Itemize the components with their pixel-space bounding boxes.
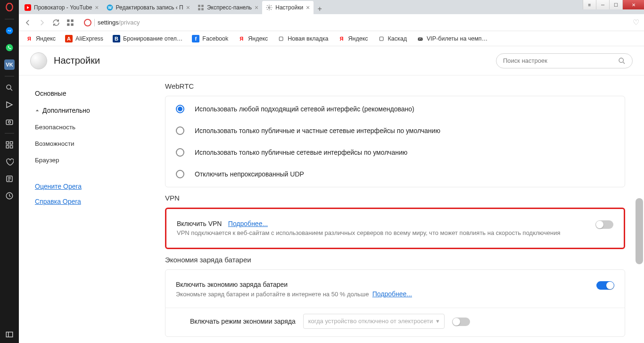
- search-input[interactable]: [503, 57, 614, 64]
- chevron-up-icon: [35, 108, 40, 113]
- history-icon[interactable]: [0, 187, 19, 204]
- svg-rect-18: [198, 8, 200, 10]
- search-icon[interactable]: [0, 79, 19, 96]
- youtube-icon: [25, 4, 31, 11]
- battery-mode-row: Включать режим экономии заряда когда уст…: [165, 308, 625, 335]
- yandex-icon: Я: [238, 35, 245, 42]
- nav-rate-link[interactable]: Оцените Opera: [28, 179, 160, 194]
- nav-browser[interactable]: Браузер: [28, 152, 160, 168]
- radio-icon: [176, 105, 184, 113]
- tab-close-icon[interactable]: ×: [186, 4, 190, 11]
- messenger-icon[interactable]: [0, 22, 19, 39]
- opera-logo-large: [30, 52, 47, 69]
- address-bar: settings/privacy ♡: [19, 14, 644, 31]
- webrtc-option-2[interactable]: Использовать только публичные и частные …: [165, 120, 625, 142]
- address-field[interactable]: settings/privacy: [80, 17, 627, 29]
- whatsapp-icon[interactable]: [0, 39, 19, 56]
- gear-icon: [266, 4, 272, 11]
- tab-wordpress[interactable]: W Редактировать запись ‹ П ×: [103, 1, 194, 14]
- battery-toggle[interactable]: [596, 281, 614, 290]
- tab-close-icon[interactable]: ×: [306, 4, 310, 11]
- vpn-label: Включить VPN: [177, 220, 222, 227]
- new-tab-button[interactable]: +: [314, 4, 326, 14]
- heart-icon[interactable]: [0, 153, 19, 170]
- vk-icon[interactable]: VK: [0, 56, 19, 73]
- chevron-down-icon: ▾: [436, 318, 439, 325]
- bookmark-booking[interactable]: BБронирование отел…: [113, 35, 182, 42]
- speed-dial-button[interactable]: [66, 18, 74, 27]
- battery-label: Включить экономию заряда батареи: [176, 281, 288, 288]
- snapshot-icon[interactable]: [0, 113, 19, 130]
- window-menu-button[interactable]: ≡: [583, 0, 596, 9]
- news-icon[interactable]: [0, 170, 19, 187]
- tab-close-icon[interactable]: ×: [95, 4, 99, 11]
- vpn-learn-more-link[interactable]: Подробнее...: [228, 220, 268, 227]
- window-minimize-button[interactable]: ─: [596, 0, 609, 9]
- tab-strip: Провокатор - YouTube × W Редактировать з…: [19, 0, 644, 14]
- nav-features[interactable]: Возможности: [28, 135, 160, 152]
- nav-basic[interactable]: Основные: [28, 85, 160, 102]
- reload-button[interactable]: [52, 18, 60, 27]
- svg-rect-24: [71, 23, 74, 25]
- tab-title: Настройки: [275, 4, 303, 11]
- svg-rect-8: [6, 146, 8, 148]
- scrollbar-thumb[interactable]: [636, 198, 643, 264]
- separator: [94, 19, 95, 26]
- tab-settings[interactable]: Настройки ×: [262, 1, 314, 14]
- battery-learn-more-link[interactable]: Подробнее...: [372, 290, 412, 298]
- webrtc-option-3[interactable]: Использовать только публичные сетевые ин…: [165, 142, 625, 163]
- section-battery-title: Экономия заряда батареи: [165, 256, 625, 264]
- facebook-icon: f: [192, 35, 199, 42]
- back-button[interactable]: [24, 18, 32, 27]
- content-area: Основные Дополнительно Безопасность Возм…: [19, 75, 644, 343]
- forward-button[interactable]: [38, 18, 46, 27]
- settings-nav: Основные Дополнительно Безопасность Возм…: [19, 75, 160, 343]
- window-close-button[interactable]: ✕: [622, 0, 644, 9]
- bookmark-aliexpress[interactable]: AAliExpress: [65, 35, 103, 42]
- tab-youtube[interactable]: Провокатор - YouTube ×: [21, 1, 103, 14]
- separator: [5, 133, 14, 134]
- window-maximize-button[interactable]: ☐: [609, 0, 622, 9]
- bookmark-yandex3[interactable]: ЯЯндекс: [338, 35, 368, 42]
- bookmark-kaskad[interactable]: ▢Каскад: [378, 35, 407, 42]
- page-icon: ▢: [277, 35, 285, 42]
- separator: [5, 76, 14, 76]
- bookmark-yandex[interactable]: ЯЯндекс: [25, 35, 56, 42]
- nav-advanced[interactable]: Дополнительно: [28, 102, 160, 119]
- bookmark-heart-icon[interactable]: ♡: [633, 18, 639, 27]
- vpn-card: Включить VPN Подробнее... VPN подключает…: [165, 208, 625, 249]
- radio-icon: [176, 170, 184, 178]
- bookmark-facebook[interactable]: fFacebook: [192, 35, 228, 42]
- battery-mode-dropdown[interactable]: когда устройство отключено от электросет…: [303, 314, 445, 329]
- wordpress-icon: W: [107, 4, 113, 11]
- nav-help-link[interactable]: Справка Opera: [28, 194, 160, 209]
- svg-rect-16: [198, 5, 200, 7]
- radio-icon: [176, 148, 184, 157]
- svg-rect-21: [67, 19, 69, 22]
- svg-rect-23: [67, 23, 69, 25]
- yandex-icon: Я: [25, 35, 33, 42]
- aliexpress-icon: A: [65, 35, 73, 42]
- sidebar-toggle-icon[interactable]: [0, 326, 19, 343]
- flow-icon[interactable]: [0, 96, 19, 113]
- webrtc-option-1[interactable]: Использовать любой подходящий сетевой ин…: [165, 98, 625, 120]
- settings-search[interactable]: [496, 53, 633, 68]
- bookmark-yandex2[interactable]: ЯЯндекс: [238, 35, 268, 42]
- bookmark-vip[interactable]: 🎟VIP-билеты на чемп…: [416, 35, 487, 42]
- battery-setting-row: Включить экономию заряда батареи Экономь…: [165, 272, 625, 308]
- battery-mode-label: Включать режим экономии заряда: [190, 318, 296, 325]
- speed-dial-icon[interactable]: [0, 136, 19, 153]
- svg-rect-9: [10, 146, 13, 148]
- nav-security[interactable]: Безопасность: [28, 119, 160, 135]
- settings-header: Настройки: [19, 46, 644, 75]
- svg-point-5: [8, 121, 11, 124]
- bookmarks-bar: ЯЯндекс AAliExpress BБронирование отел… …: [19, 31, 644, 46]
- opera-logo-icon[interactable]: [0, 0, 19, 14]
- vpn-toggle[interactable]: [595, 220, 613, 229]
- tab-close-icon[interactable]: ×: [255, 4, 258, 11]
- battery-mode-toggle[interactable]: [452, 318, 470, 326]
- webrtc-option-4[interactable]: Отключить непроксированный UDP: [165, 163, 625, 185]
- battery-description: Экономьте заряд батареи и работайте в ин…: [176, 290, 589, 299]
- bookmark-newtab[interactable]: ▢Новая вкладка: [277, 35, 328, 42]
- tab-speeddial[interactable]: Экспресс-панель ×: [194, 1, 262, 14]
